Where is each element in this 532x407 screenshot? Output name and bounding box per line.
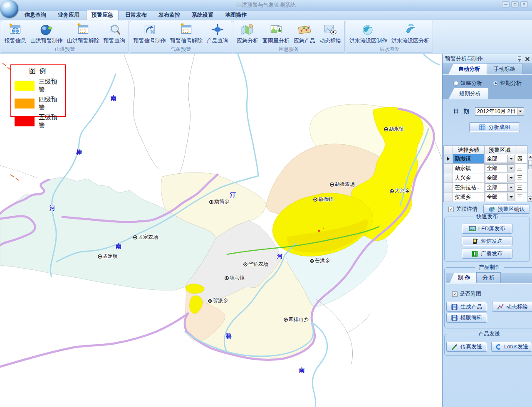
lotus-send-button[interactable]: Lotus发送 — [491, 342, 532, 352]
region-dropdown[interactable]: 全部 — [485, 193, 515, 201]
table-header-row: 选择乡镇 预警区域 — [444, 146, 527, 154]
emergency-analysis-button[interactable]: 应急分析 — [235, 22, 260, 45]
attach-map-row: 是否附图 — [452, 290, 532, 298]
minimize-button[interactable]: ─ — [502, 1, 510, 7]
ribbon-group-label: 气象预警 — [130, 46, 232, 54]
legend-item: 五级预警 — [15, 113, 62, 129]
region-dropdown[interactable]: 全部 — [485, 164, 515, 173]
menu-tab-map-operations[interactable]: 地图操作 — [220, 10, 252, 20]
title-bar: 山洪预警与气象监测系统 ─ □ × — [0, 0, 532, 11]
table-row[interactable]: 芒洪拉祜... 全部 三 — [444, 183, 527, 192]
broadcast-icon — [472, 251, 478, 257]
town-label: 四排山乡 — [284, 316, 309, 323]
town-dot-icon — [209, 200, 213, 204]
river-label: 河 — [277, 253, 283, 260]
menu-tab-daily-publish[interactable]: 日常发布 — [120, 10, 152, 20]
generate-product-button[interactable]: 生成产品 — [446, 302, 487, 312]
warning-query-icon — [107, 22, 122, 37]
tab-analyze[interactable]: 分 析 — [476, 272, 501, 283]
tab-make[interactable]: 制 作 — [450, 273, 476, 283]
legend-title: 图 例 — [11, 67, 65, 76]
areal-rain-analysis-icon — [269, 22, 284, 37]
confirm-warning-region-button[interactable]: 预警区确认 — [483, 205, 530, 214]
flood-zone-make-button[interactable]: 洪水淹没区制作 — [347, 22, 389, 45]
maximize-button[interactable]: □ — [511, 1, 519, 7]
town-label: 孟定镇 — [98, 253, 118, 260]
subtab-period-analysis[interactable]: 短期分析 — [448, 88, 488, 99]
product-query-button[interactable]: 产品查询 — [205, 22, 230, 45]
menu-tab-warning-emergency[interactable]: 预警应急 — [86, 10, 119, 20]
flood-warning-make-button[interactable]: 山洪预警制作 — [28, 22, 65, 45]
tab-auto-analysis[interactable]: 自动分析 — [448, 64, 487, 74]
town-label: 勐撒农场 — [330, 181, 355, 188]
template-edit-button[interactable]: 模版编辑 — [446, 313, 487, 323]
product-query-icon — [210, 22, 225, 37]
fax-send-button[interactable]: 传真发送 — [446, 342, 487, 352]
led-publish-button[interactable]: LED屏发布 — [462, 224, 512, 234]
ribbon-group-flood-inundation: 洪水淹没区制作 洪水淹没区分析 洪水淹没 — [346, 21, 433, 53]
date-dropdown[interactable]: 2012年10月 2日 — [475, 107, 524, 116]
floppy-save-icon — [451, 304, 458, 310]
sms-send-button[interactable]: 短信发送 — [462, 236, 512, 246]
map-canvas[interactable]: 图 例 三级预警 四级预警 五级预警 勐永镇 大兴乡 勐撒农场 勐撒镇 勐简乡 … — [0, 54, 442, 407]
region-dropdown[interactable]: 全部 — [485, 174, 515, 182]
analysis-mode-band: 短临分析 短期分析 短期分析 — [443, 75, 532, 99]
ribbon-toolbar: 报警信息 山洪预警制作 — [0, 20, 532, 54]
signal-make-button[interactable]: 预警信号制作 — [131, 22, 168, 45]
warning-query-button[interactable]: 预警查询 — [101, 22, 127, 45]
signal-make-icon — [142, 22, 157, 37]
app-logo-globe-icon — [0, 0, 18, 18]
menu-bar: 信息查询 业务应用 预警应急 日常发布 发布监控 系统设置 地图操作 — [0, 11, 532, 20]
quick-publish-title: 快速发布 — [473, 213, 501, 220]
emergency-product-button[interactable]: 应急产品 — [292, 22, 317, 45]
river-label: 汀 — [230, 191, 236, 199]
radio-period-analysis[interactable]: 短期分析 — [493, 79, 522, 87]
legend-swatch-level5 — [15, 116, 35, 126]
town-dot-icon — [313, 197, 317, 202]
flood-warning-release-button[interactable]: 山洪预警解除 — [65, 22, 101, 45]
radio-shortterm-analysis[interactable]: 短临分析 — [453, 79, 482, 87]
attach-map-checkbox[interactable] — [452, 291, 458, 297]
row-selector — [444, 183, 453, 192]
flood-zone-make-icon — [361, 22, 376, 37]
analyze-map-button[interactable]: 分析成图 — [469, 122, 520, 132]
region-dropdown[interactable]: 全部 — [485, 155, 515, 163]
ribbon-group-label: 洪水淹没 — [346, 46, 433, 54]
menu-tab-publish-monitor[interactable]: 发布监控 — [153, 10, 185, 20]
areal-rain-analysis-button[interactable]: 面雨里分析 — [260, 22, 292, 45]
town-dot-icon — [208, 299, 212, 303]
grid-icon — [479, 124, 486, 131]
dynamic-plot-panel-button[interactable]: 动态标绘 — [492, 302, 532, 312]
menu-tab-business[interactable]: 业务应用 — [53, 10, 84, 20]
scroll-up-icon[interactable] — [528, 154, 532, 159]
table-row[interactable]: 贺派乡 全部 三 — [444, 192, 527, 202]
table-row[interactable]: 大兴乡 全部 三 — [444, 173, 527, 183]
alarm-info-button[interactable]: 报警信息 — [2, 22, 28, 45]
pin-icon[interactable] — [517, 56, 522, 62]
header-selector — [444, 146, 453, 154]
signal-release-button[interactable]: 预警信号解除 — [168, 22, 205, 45]
river-label: 河 — [49, 205, 55, 212]
table-row[interactable]: 勐撒镇 全部 四 — [444, 154, 527, 164]
region-dropdown[interactable]: 全部 — [485, 183, 515, 192]
table-row[interactable]: 勐永镇 全部 三 — [444, 164, 527, 173]
tab-manual-plot[interactable]: 手动标绘 — [487, 64, 522, 74]
town-label: 贺派乡 — [208, 297, 228, 304]
ribbon-group-label: 山洪预警 — [1, 46, 129, 54]
led-screen-icon — [469, 226, 476, 232]
close-button[interactable]: × — [520, 1, 528, 7]
menu-tab-system-settings[interactable]: 系统设置 — [187, 10, 218, 20]
panel-header: 预警分析与制作 — [443, 54, 532, 63]
menu-tab-info-query[interactable]: 信息查询 — [20, 10, 51, 20]
row-selector — [444, 164, 453, 173]
scroll-thumb[interactable] — [528, 160, 532, 169]
legend-swatch-level4 — [15, 99, 35, 109]
panel-close-icon[interactable] — [525, 57, 530, 61]
broadcast-publish-button[interactable]: 广播发布 — [462, 249, 512, 259]
dynamic-plot-button[interactable]: 动态标绘 — [317, 22, 343, 45]
table-scrollbar[interactable] — [528, 154, 532, 202]
flood-zone-analysis-button[interactable]: 洪水淹没区分析 — [389, 22, 431, 45]
scroll-down-icon[interactable] — [528, 196, 532, 201]
river-label: 南 — [111, 95, 116, 102]
link-detail-checkbox[interactable] — [448, 207, 454, 212]
